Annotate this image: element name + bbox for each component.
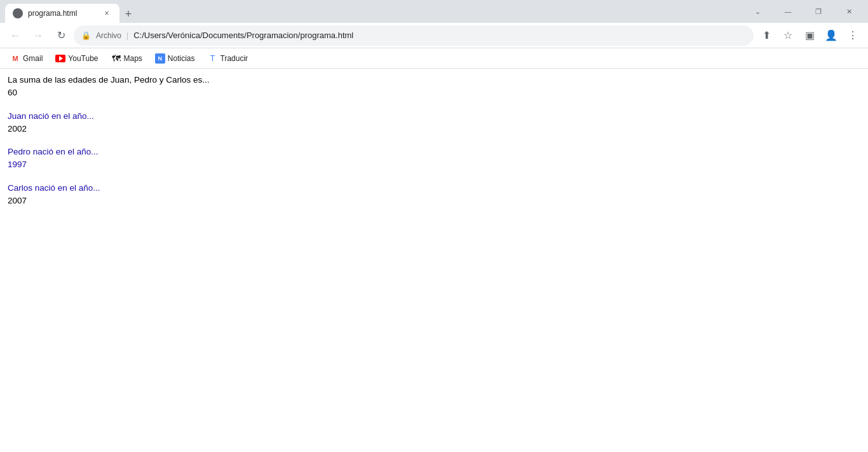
suma-block: La suma de las edades de Juan, Pedro y C…	[8, 74, 860, 100]
tab-favicon	[13, 8, 23, 18]
reload-button[interactable]: ↻	[51, 25, 71, 46]
archive-label: Archivo	[96, 31, 121, 40]
bookmark-gmail[interactable]: M Gmail	[5, 51, 48, 66]
minimize-button[interactable]: —	[774, 1, 802, 22]
menu-button[interactable]: ⋮	[843, 25, 863, 46]
bookmark-gmail-label: Gmail	[23, 54, 43, 63]
omnibox-separator: |	[126, 31, 128, 40]
pedro-label: Pedro nació en el año...	[8, 146, 860, 158]
profile-button[interactable]: 👤	[821, 25, 841, 46]
tab-area: programa.html × +	[5, 0, 738, 23]
suma-label: La suma de las edades de Juan, Pedro y C…	[8, 74, 860, 86]
bookmark-youtube-label: YouTube	[68, 54, 98, 63]
bookmark-maps-label: Maps	[124, 54, 142, 63]
bookmark-traducir-label: Traducir	[220, 54, 248, 63]
security-icon: 🔒	[81, 31, 91, 40]
bookmark-button[interactable]: ☆	[778, 25, 798, 46]
address-actions: ⬆ ☆ ▣ 👤 ⋮	[756, 25, 863, 46]
carlos-value: 2007	[8, 195, 860, 207]
sidebar-button[interactable]: ▣	[799, 25, 820, 46]
juan-block: Juan nació en el año... 2002	[8, 110, 860, 136]
address-bar: ← → ↻ 🔒 Archivo | C:/Users/Verónica/Docu…	[0, 23, 868, 48]
bookmarks-bar: M Gmail YouTube 🗺 Maps N Noticias T Trad…	[0, 48, 868, 69]
bookmark-noticias[interactable]: N Noticias	[150, 51, 200, 66]
juan-value: 2002	[8, 123, 860, 135]
maps-icon: 🗺	[111, 53, 121, 64]
tab-title: programa.html	[28, 9, 97, 18]
forward-button[interactable]: →	[28, 25, 48, 46]
noticias-icon: N	[155, 53, 165, 64]
title-bar: programa.html × + ⌄ — ❐ ✕	[0, 0, 868, 23]
pedro-block: Pedro nació en el año... 1997	[8, 146, 860, 172]
new-tab-button[interactable]: +	[119, 5, 137, 23]
youtube-icon	[55, 53, 65, 64]
back-button[interactable]: ←	[5, 25, 25, 46]
omnibox[interactable]: 🔒 Archivo | C:/Users/Verónica/Documents/…	[74, 25, 754, 46]
maximize-button[interactable]: ❐	[804, 1, 832, 22]
suma-value: 60	[8, 86, 860, 99]
bookmark-traducir[interactable]: T Traducir	[203, 51, 254, 66]
close-window-button[interactable]: ✕	[835, 1, 863, 22]
juan-label: Juan nació en el año...	[8, 110, 860, 123]
share-button[interactable]: ⬆	[756, 25, 776, 46]
active-tab[interactable]: programa.html ×	[5, 4, 119, 23]
window-controls: ⌄ — ❐ ✕	[743, 1, 863, 22]
url-display: C:/Users/Verónica/Documents/Programacion…	[133, 31, 746, 40]
tab-close-button[interactable]: ×	[102, 8, 112, 18]
bookmark-maps[interactable]: 🗺 Maps	[106, 51, 147, 66]
gmail-icon: M	[10, 53, 20, 64]
carlos-label: Carlos nació en el año...	[8, 182, 860, 195]
bookmark-noticias-label: Noticias	[168, 54, 195, 63]
traducir-icon: T	[208, 53, 218, 64]
carlos-block: Carlos nació en el año... 2007	[8, 182, 860, 208]
dropdown-button[interactable]: ⌄	[743, 1, 771, 22]
page-content: La suma de las edades de Juan, Pedro y C…	[0, 69, 868, 452]
pedro-value: 1997	[8, 158, 860, 171]
chrome-icon	[13, 9, 22, 18]
bookmark-youtube[interactable]: YouTube	[50, 51, 103, 66]
